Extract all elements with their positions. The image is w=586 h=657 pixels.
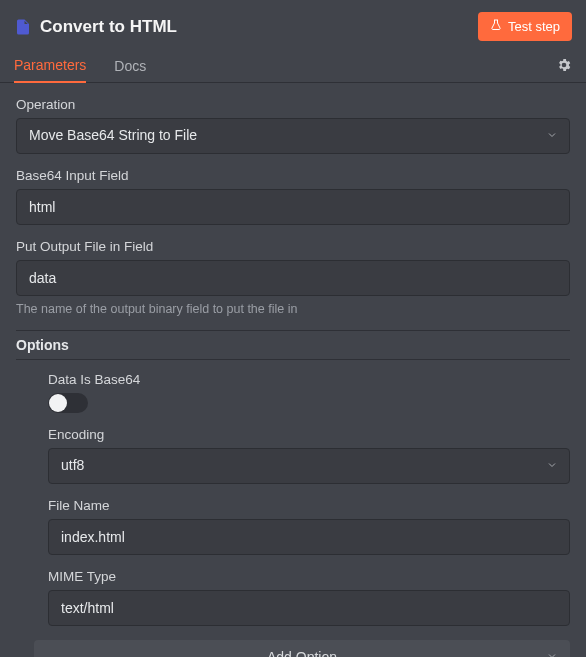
encoding-select-value: utf8 xyxy=(48,448,570,484)
tab-bar: Parameters Docs xyxy=(0,49,586,83)
output-field-helper: The name of the output binary field to p… xyxy=(16,302,570,316)
data-is-base64-label: Data Is Base64 xyxy=(48,372,570,387)
test-step-label: Test step xyxy=(508,19,560,34)
encoding-select[interactable]: utf8 xyxy=(48,448,570,484)
operation-field-group: Operation Move Base64 String to File xyxy=(16,97,570,154)
data-is-base64-toggle[interactable] xyxy=(48,393,88,413)
file-name-label: File Name xyxy=(48,498,570,513)
mime-type-group: MIME Type xyxy=(48,569,570,626)
tab-docs[interactable]: Docs xyxy=(114,50,146,82)
base64-input-label: Base64 Input Field xyxy=(16,168,570,183)
output-field-label: Put Output File in Field xyxy=(16,239,570,254)
add-option-wrap: Add Option xyxy=(16,640,570,657)
parameters-content: Operation Move Base64 String to File Bas… xyxy=(0,83,586,657)
gear-icon[interactable] xyxy=(556,57,572,76)
base64-input-field[interactable] xyxy=(16,189,570,225)
operation-select-value: Move Base64 String to File xyxy=(16,118,570,154)
file-icon xyxy=(14,17,32,37)
panel-title: Convert to HTML xyxy=(40,17,177,37)
data-is-base64-group: Data Is Base64 xyxy=(48,372,570,413)
options-body: Data Is Base64 Encoding utf8 File Name M… xyxy=(16,372,570,626)
file-name-input[interactable] xyxy=(48,519,570,555)
mime-type-input[interactable] xyxy=(48,590,570,626)
output-field-group: Put Output File in Field The name of the… xyxy=(16,239,570,316)
flask-icon xyxy=(490,18,502,35)
add-option-label: Add Option xyxy=(267,649,337,657)
chevron-down-icon xyxy=(546,649,558,657)
mime-type-label: MIME Type xyxy=(48,569,570,584)
operation-select[interactable]: Move Base64 String to File xyxy=(16,118,570,154)
toggle-knob xyxy=(49,394,67,412)
base64-input-field-group: Base64 Input Field xyxy=(16,168,570,225)
tab-parameters[interactable]: Parameters xyxy=(14,49,86,83)
encoding-group: Encoding utf8 xyxy=(48,427,570,484)
output-field-input[interactable] xyxy=(16,260,570,296)
operation-label: Operation xyxy=(16,97,570,112)
add-option-button[interactable]: Add Option xyxy=(34,640,570,657)
test-step-button[interactable]: Test step xyxy=(478,12,572,41)
header-left: Convert to HTML xyxy=(14,17,177,37)
panel-header: Convert to HTML Test step xyxy=(0,0,586,49)
options-header: Options xyxy=(16,330,570,360)
file-name-group: File Name xyxy=(48,498,570,555)
encoding-label: Encoding xyxy=(48,427,570,442)
